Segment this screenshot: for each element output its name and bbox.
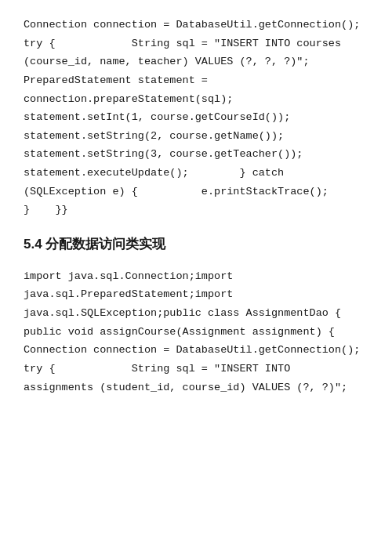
section-heading-5-4: 5.4 分配数据访问类实现: [24, 234, 368, 256]
page-content: Connection connection = DatabaseUtil.get…: [24, 16, 368, 396]
code-section-1: Connection connection = DatabaseUtil.get…: [24, 16, 368, 219]
code-section-2: import java.sql.Connection;import java.s…: [24, 267, 368, 396]
